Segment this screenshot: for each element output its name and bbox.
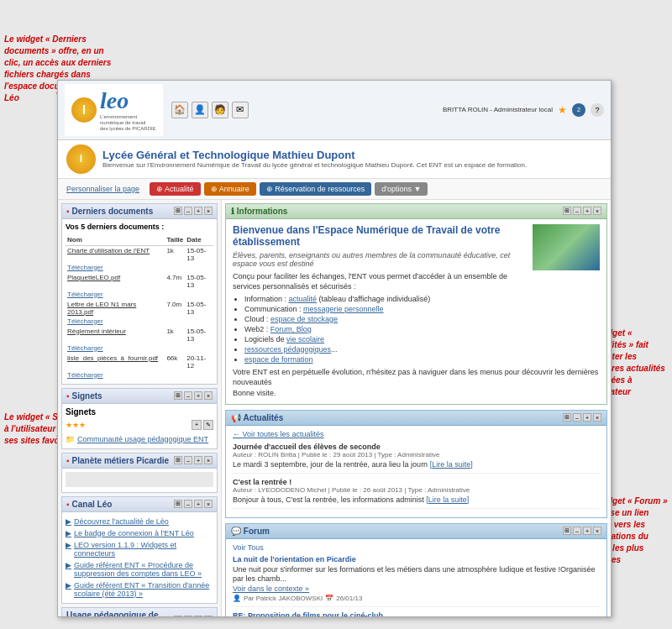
actu-ctrl-min[interactable]: – [573,413,581,422]
signets-ctrl-min[interactable]: – [184,391,192,400]
notification-badge[interactable]: 2 [572,103,585,117]
canal-link-icon: ▶ [66,517,71,526]
username: BRITTA ROLIN - Administrateur local [443,106,553,113]
docs-ctrl-min[interactable]: – [184,207,192,215]
planete-ctrl-close[interactable]: × [204,456,213,464]
doc-name[interactable]: Charte d'utilisation de l'ENT [66,245,165,263]
doc-download-row: Télécharger [66,263,213,273]
forum-ctrl-min[interactable]: – [573,527,581,535]
actu-read-more[interactable]: [Lire la suite] [426,495,469,504]
doc-download-link[interactable]: Télécharger [67,317,212,325]
school-bar: l Lycée Général et Technologique Mathieu… [58,140,611,179]
forum-context-link[interactable]: Voir dans le contexte » [233,584,309,593]
doc-download-link[interactable]: Télécharger [67,344,212,352]
doc-download-link[interactable]: Télécharger [67,291,212,298]
doc-download-link[interactable]: Télécharger [67,371,212,379]
signet-label: Communauté usage pédagogique ENT [77,435,208,443]
canal-link-text: LEO version 1.1.9 : Widgets et connecteu… [74,541,213,558]
canal-item[interactable]: ▶ LEO version 1.1.9 : Widgets et connect… [66,539,213,559]
info-feature-link[interactable]: actualité [289,295,318,303]
derniers-docs-header: ▪ Derniers documents ⊞ – + × [62,204,217,219]
signets-edit-btn[interactable]: ✎ [203,420,213,430]
envelope-icon[interactable]: ✉ [232,102,249,118]
right-panel: ℹ Informations ⊞ – + × Bienvenue dans l'… [222,200,611,617]
personalize-link[interactable]: Personnaliser la page [66,185,139,193]
forum-person-icon: 👤 [233,595,241,602]
info-feature-link[interactable]: vie scolaire [286,335,324,343]
info-ctrl-min[interactable]: – [573,207,581,215]
doc-name[interactable]: Règlement intérieur [66,327,165,343]
person-icon[interactable]: 🧑 [212,102,228,118]
doc-name[interactable]: PlaquetteLEO.pdf [66,273,165,290]
signets-add-btn[interactable]: + [192,420,202,430]
options-button[interactable]: d'options ▼ [375,182,428,196]
forum-item: La nuit de l'orientation en Picardie Une… [233,555,600,607]
doc-row: PlaquetteLEO.pdf4.7m15-05-13 [66,273,213,290]
usage-ctrl-max[interactable]: + [194,616,202,617]
info-feature-link[interactable]: espace de stockage [270,315,338,323]
doc-date: 15-05-13 [185,245,213,263]
signet-item[interactable]: 📁 Communauté usage pédagogique ENT [66,433,213,445]
info-ctrl-pin[interactable]: ⊞ [563,207,571,215]
canal-leo-widget: ▪ Canal Léo ⊞ – + × ▶ Découvrez l'actual… [61,496,218,604]
reservation-button[interactable]: ⊕ Réservation de ressources [260,182,372,196]
signets-ctrl-close[interactable]: × [204,391,213,400]
help-icon[interactable]: ? [591,103,604,117]
star-icon[interactable]: ★ [558,104,567,116]
actu-see-all-link[interactable]: ← Voir toutes les actualités [233,430,600,438]
col-nom: Nom [66,234,165,246]
actualite-button[interactable]: ⊕ Actualité [150,182,201,196]
planete-icon: ▪ [66,456,70,465]
usage-ctrl-min[interactable]: – [184,616,192,617]
signets-subtitle: Signets [66,407,213,417]
docs-ctrl-pin[interactable]: ⊞ [174,207,182,215]
forum-items-list: La nuit de l'orientation en Picardie Une… [233,555,600,617]
doc-download-link[interactable]: Télécharger [67,264,212,271]
info-features-list: Information : actualité (tableau d'affic… [244,295,600,364]
forum-ctrl-pin[interactable]: ⊞ [563,527,571,535]
docs-ctrl-close[interactable]: × [204,207,213,215]
info-feature-link[interactable]: espace de formation [244,355,313,364]
actu-ctrl-pin[interactable]: ⊞ [563,413,571,422]
usage-ctrl-close[interactable]: × [204,616,213,617]
actu-read-more[interactable]: [Lire la suite] [430,460,473,469]
docs-ctrl-max[interactable]: + [194,207,202,215]
canal-ctrl-pin[interactable]: ⊞ [174,500,182,508]
doc-name[interactable]: Lettre de LEO N1 mars 2013.pdf [66,300,165,317]
canal-item[interactable]: ▶ Découvrez l'actualité de Léo [66,516,213,527]
forum-widget: 💬 Forum ⊞ – + × Voir Tous La nuit de l'o… [225,523,607,617]
info-feature-link[interactable]: Forum, Blog [270,325,312,333]
actu-ctrl-close[interactable]: × [593,413,601,422]
canal-item[interactable]: ▶ Guide référent ENT « Transition d'anné… [66,579,213,600]
user-icon[interactable]: 👤 [192,102,208,118]
planete-ctrl-max[interactable]: + [194,456,202,464]
col-taille: Taille [165,234,185,246]
canal-ctrl-min[interactable]: – [184,500,192,508]
signets-ctrl-pin[interactable]: ⊞ [174,391,182,400]
canal-item[interactable]: ▶ Le badge de connexion à l'ENT Léo [66,527,213,539]
doc-download-row: Télécharger [66,370,213,380]
info-feature-link[interactable]: ressources pédagogiques [244,345,331,354]
forum-ctrl-close[interactable]: × [593,527,601,535]
forum-see-all-link[interactable]: Voir Tous [233,543,600,552]
actu-ctrl-max[interactable]: + [583,413,591,422]
planete-ctrl-min[interactable]: – [184,456,192,464]
forum-ctrl-max[interactable]: + [583,527,591,535]
canal-item[interactable]: ▶ Guide référent ENT « Procédure de supp… [66,559,213,579]
annuaire-button[interactable]: ⊕ Annuaire [204,182,256,196]
info-ctrl-max[interactable]: + [583,207,591,215]
signets-ctrl-max[interactable]: + [194,391,202,400]
home-icon[interactable]: 🏠 [171,102,188,118]
usage-ctrl-pin[interactable]: ⊞ [174,616,182,617]
info-ctrl-close[interactable]: × [593,207,601,215]
info-feature-link[interactable]: messagerie personnelle [303,305,384,313]
doc-download-row: Télécharger [66,290,213,300]
canal-ctrl-close[interactable]: × [204,500,213,508]
planete-ctrl-pin[interactable]: ⊞ [174,456,182,464]
canal-ctrl-max[interactable]: + [194,500,202,508]
doc-name[interactable]: liste_des_pièces_à_fournir.pdf [66,354,165,370]
canal-link-text: Le badge de connexion à l'ENT Léo [74,529,194,537]
planete-controls: ⊞ – + × [174,456,213,464]
signets-widget: ▪ Signets ⊞ – + × Signets ★★★ [61,388,218,449]
doc-date: 15-05-13 [185,327,213,343]
